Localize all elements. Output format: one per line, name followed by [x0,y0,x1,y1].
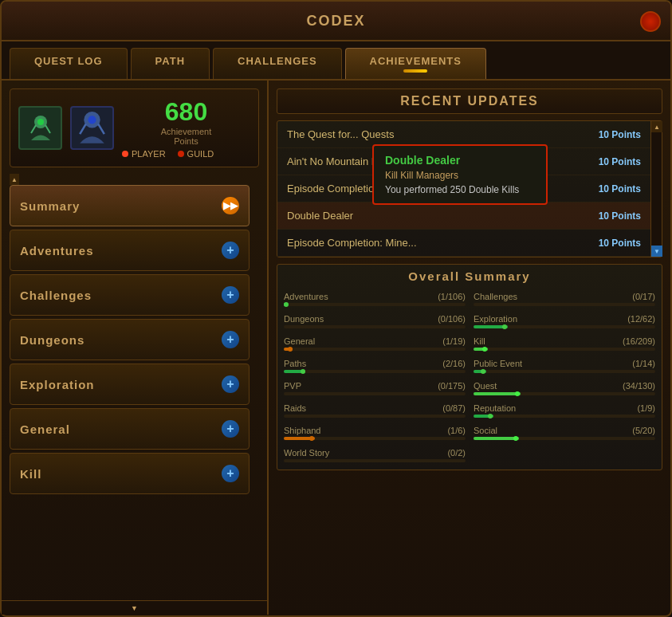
updates-scroll-down[interactable]: ▼ [651,246,662,257]
sidebar-item-label-summary: Summary [20,199,80,213]
sidebar-plus-btn-adventures[interactable]: + [222,242,239,259]
tab-quest-log[interactable]: Quest Log [10,48,128,79]
player-avatar-icon [25,112,57,144]
guild-dot [178,151,184,157]
summary-item-name: Exploration [474,314,517,324]
update-points-2: 10 Points [599,183,641,195]
sidebar-plus-btn-challenges[interactable]: + [222,286,239,304]
summary-item: World Story(0/2) [284,446,466,465]
summary-item-name: PVP [284,381,301,391]
sidebar-item-label-exploration: Exploration [20,378,95,391]
summary-item: Adventures(1/106) [284,289,466,308]
summary-item-name: World Story [284,448,329,458]
progress-bar-bg [474,303,655,306]
summary-item-count: (2/16) [442,359,466,368]
sidebar-plus-btn-dungeons[interactable]: + [222,331,239,348]
summary-item-count: (1/9) [637,403,655,413]
progress-bar-bg [474,437,655,440]
summary-item: Quest(34/130) [474,379,655,398]
points-label: AchievementPoints [122,127,250,146]
player-stats: 680 AchievementPoints PLAYER GUILD [10,88,259,167]
tooltip-subtitle: Kill Kill Managers [385,170,535,181]
sidebar-item-dungeons[interactable]: Dungeons + [10,319,250,360]
sidebar-plus-btn-exploration[interactable]: + [222,375,239,393]
progress-bar-bg [284,348,466,351]
player-avatar [18,106,62,150]
summary-item-count: (1/6) [447,426,466,435]
progress-bar-bg [474,392,655,395]
summary-item-count: (0/17) [632,292,655,301]
progress-bar-fill [474,437,519,440]
update-name-3: Double Dealer [287,210,353,222]
sidebar-plus-btn-kill[interactable]: + [222,465,239,482]
sidebar-item-general[interactable]: General + [10,408,250,450]
summary-item-count: (0/87) [442,403,466,413]
update-row-4[interactable]: Episode Completion: Mine... 10 Points [277,230,650,257]
summary-item: Dungeons(0/106) [284,312,466,331]
guild-label: GUILD [178,149,214,159]
tab-challenges[interactable]: Challenges [213,48,342,79]
sidebar-item-label-general: General [20,422,70,436]
progress-bar-bg [474,325,655,328]
player-dot [122,151,128,157]
summary-item: Kill(16/209) [474,334,655,353]
svg-point-1 [37,119,44,125]
sidebar-item-label-dungeons: Dungeons [20,333,84,347]
sidebar-item-kill[interactable]: Kill + [10,453,250,494]
update-points-4: 10 Points [599,238,641,249]
summary-item: Challenges(0/17) [474,289,655,308]
tab-path[interactable]: Path [131,48,210,79]
update-points-0: 10 Points [599,129,641,140]
player-guild-labels: PLAYER GUILD [122,149,250,159]
nav-bar: Quest Log Path Challenges Achievements [2,41,670,81]
progress-bar-bg [284,415,466,418]
summary-item: Paths(2/16) [284,356,466,375]
app-window: Codex Quest Log Path Challenges Achievem… [0,0,672,617]
svg-point-3 [88,116,96,124]
tooltip-description: You performed 250 Double Kills [385,184,535,195]
sidebar-plus-btn-general[interactable]: + [222,420,239,438]
progress-bar-bg [474,370,655,373]
progress-bar-bg [284,437,466,440]
progress-bar-bg [284,325,466,328]
summary-item-name: Paths [284,359,306,368]
summary-item: Raids(0/87) [284,401,466,420]
sidebar-scroll-up[interactable]: ▲ [10,174,19,185]
sidebar-scroll-down[interactable]: ▼ [2,600,267,615]
update-row-3[interactable]: Double Dealer 10 Points [277,202,650,230]
summary-item-name: Challenges [474,292,517,301]
summary-item-name: General [284,336,315,346]
close-button[interactable] [640,11,661,32]
sidebar-item-label-kill: Kill [20,467,41,481]
sidebar-item-exploration[interactable]: Exploration + [10,364,250,405]
summary-item-name: Quest [474,381,497,391]
summary-item: PVP(0/175) [284,379,466,398]
overall-summary: Overall Summary Adventures(1/106)Challen… [277,264,662,470]
summary-item-count: (34/130) [623,381,655,391]
recent-updates-header: Recent Updates [277,88,662,114]
tooltip: Double Dealer Kill Kill Managers You per… [372,144,548,205]
sidebar-items-list: Summary ▶▶ Adventures + Challenges + Dun… [10,185,250,494]
summary-item-name: Raids [284,403,306,413]
tab-achievements[interactable]: Achievements [345,48,486,79]
summary-item-count: (16/209) [623,336,655,346]
summary-item-name: Public Event [474,359,522,368]
update-name-0: The Quest for... Quests [287,128,394,140]
progress-bar-bg [284,392,466,395]
window-title: Codex [306,13,365,29]
summary-item-count: (12/62) [627,314,655,324]
player-label: PLAYER [122,149,166,159]
summary-item: Public Event(1/14) [474,356,655,375]
summary-item: General(1/19) [284,334,466,353]
summary-item-count: (1/19) [442,336,466,346]
progress-bar-fill [474,392,521,395]
overall-summary-header: Overall Summary [284,269,655,283]
sidebar-item-summary[interactable]: Summary ▶▶ [10,185,250,226]
summary-item: Social(5/20) [474,423,655,442]
progress-bar-bg [474,415,655,418]
sidebar-item-adventures[interactable]: Adventures + [10,230,250,271]
updates-scroll-up[interactable]: ▲ [651,121,662,132]
sidebar-item-challenges[interactable]: Challenges + [10,274,250,316]
sidebar-forward-btn-summary[interactable]: ▶▶ [222,197,239,214]
summary-grid: Adventures(1/106)Challenges(0/17)Dungeon… [284,289,655,465]
